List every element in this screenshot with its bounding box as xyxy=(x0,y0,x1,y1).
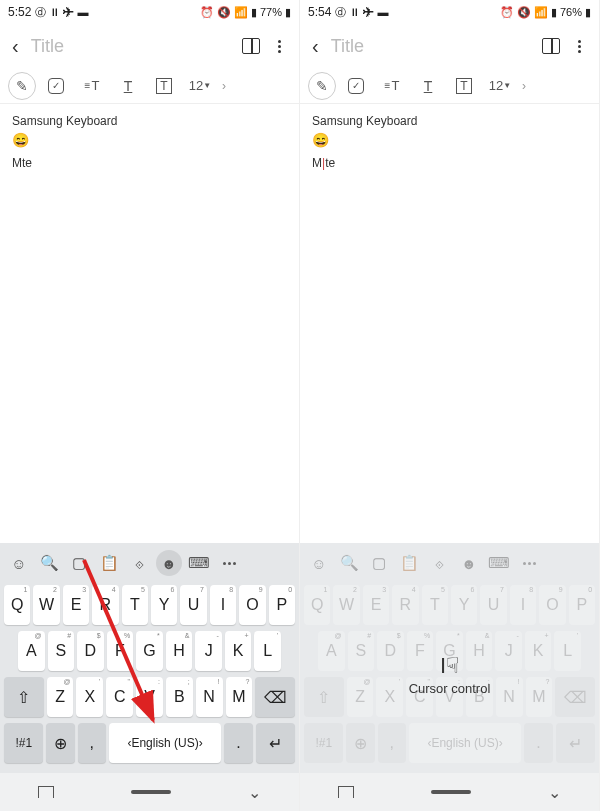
key-x[interactable]: X' xyxy=(76,677,103,717)
key-k[interactable]: K+ xyxy=(225,631,252,671)
keyboard-mode-icon[interactable]: ⌨ xyxy=(486,550,512,576)
key-m[interactable]: M? xyxy=(226,677,253,717)
text-box-button[interactable]: T xyxy=(148,72,180,100)
underline-button[interactable]: T xyxy=(412,72,444,100)
key-e[interactable]: E3 xyxy=(363,585,389,625)
title-input[interactable]: Title xyxy=(331,36,530,57)
keyboard-mode-icon[interactable]: ⌨ xyxy=(186,550,212,576)
key-u[interactable]: U7 xyxy=(480,585,506,625)
key-b[interactable]: B; xyxy=(166,677,193,717)
emoji-icon[interactable]: ☺ xyxy=(6,550,32,576)
key-p[interactable]: P0 xyxy=(569,585,595,625)
clipboard-icon[interactable]: 📋 xyxy=(96,550,122,576)
key-o[interactable]: O9 xyxy=(539,585,565,625)
period-key[interactable]: . xyxy=(224,723,252,763)
toolbar-scroll-right[interactable]: › xyxy=(222,79,226,93)
text-box-button[interactable]: T xyxy=(448,72,480,100)
handwriting-button[interactable]: ✎ xyxy=(308,72,336,100)
note-content[interactable]: Samsung Keyboard 😄 M|te xyxy=(300,104,599,543)
key-v[interactable]: V: xyxy=(136,677,163,717)
key-a[interactable]: A@ xyxy=(18,631,45,671)
key-y[interactable]: Y6 xyxy=(151,585,177,625)
symbols-key[interactable]: !#1 xyxy=(304,723,343,763)
reader-mode-icon[interactable] xyxy=(542,38,560,54)
language-key[interactable]: ⊕ xyxy=(346,723,374,763)
sticker-icon[interactable]: ☻ xyxy=(156,550,182,576)
keyboard[interactable]: ☺ 🔍 ▢ 📋 ⟐ ☻ ⌨ Q1W2E3R4T5Y6U7I8O9P0 A@S#D… xyxy=(300,543,599,811)
key-z[interactable]: Z@ xyxy=(47,677,74,717)
spacebar-key[interactable]: ‹ English (US) › xyxy=(409,723,522,763)
shift-key[interactable]: ⇧ xyxy=(4,677,44,717)
key-i[interactable]: I8 xyxy=(210,585,236,625)
search-icon[interactable]: 🔍 xyxy=(36,550,62,576)
nav-home[interactable] xyxy=(131,790,171,794)
title-input[interactable]: Title xyxy=(31,36,230,57)
key-t[interactable]: T5 xyxy=(422,585,448,625)
font-size-selector[interactable]: 12▼ xyxy=(484,72,516,100)
key-u[interactable]: U7 xyxy=(180,585,206,625)
toolbar-scroll-right[interactable]: › xyxy=(522,79,526,93)
spacebar-key[interactable]: ‹ English (US) › xyxy=(109,723,222,763)
gif-icon[interactable]: ▢ xyxy=(366,550,392,576)
key-w[interactable]: W2 xyxy=(333,585,359,625)
scan-icon[interactable]: ⟐ xyxy=(426,550,452,576)
key-r[interactable]: R4 xyxy=(392,585,418,625)
font-size-selector[interactable]: 12▼ xyxy=(184,72,216,100)
checkbox-button[interactable]: ✓ xyxy=(340,72,372,100)
enter-key[interactable]: ↵ xyxy=(256,723,295,763)
search-icon[interactable]: 🔍 xyxy=(336,550,362,576)
key-n[interactable]: N! xyxy=(196,677,223,717)
underline-button[interactable]: T xyxy=(112,72,144,100)
comma-key[interactable]: , xyxy=(78,723,106,763)
enter-key[interactable]: ↵ xyxy=(556,723,595,763)
toolbar-more-icon[interactable] xyxy=(216,550,242,576)
clipboard-icon[interactable]: 📋 xyxy=(396,550,422,576)
key-e[interactable]: E3 xyxy=(63,585,89,625)
header-format-button[interactable]: ≡T xyxy=(376,72,408,100)
handwriting-button[interactable]: ✎ xyxy=(8,72,36,100)
sticker-icon[interactable]: ☻ xyxy=(456,550,482,576)
cursor-control-label: Cursor control xyxy=(300,681,599,696)
note-content[interactable]: Samsung Keyboard 😄 Mte xyxy=(0,104,299,543)
key-y[interactable]: Y6 xyxy=(451,585,477,625)
language-key[interactable]: ⊕ xyxy=(46,723,74,763)
key-q[interactable]: Q1 xyxy=(4,585,30,625)
period-key[interactable]: . xyxy=(524,723,552,763)
status-icons-left: ⓓ ⏸ ✈ ▬ xyxy=(35,5,88,20)
key-l[interactable]: L' xyxy=(254,631,281,671)
key-w[interactable]: W2 xyxy=(33,585,59,625)
key-j[interactable]: J- xyxy=(195,631,222,671)
key-q[interactable]: Q1 xyxy=(304,585,330,625)
nav-home[interactable] xyxy=(431,790,471,794)
key-p[interactable]: P0 xyxy=(269,585,295,625)
more-options-button[interactable] xyxy=(272,40,287,53)
scan-icon[interactable]: ⟐ xyxy=(126,550,152,576)
key-d[interactable]: D$ xyxy=(77,631,104,671)
key-t[interactable]: T5 xyxy=(122,585,148,625)
nav-recent[interactable] xyxy=(38,786,54,798)
nav-recent[interactable] xyxy=(338,786,354,798)
key-f[interactable]: F% xyxy=(107,631,134,671)
key-o[interactable]: O9 xyxy=(239,585,265,625)
back-button[interactable]: ‹ xyxy=(312,35,319,58)
more-options-button[interactable] xyxy=(572,40,587,53)
key-h[interactable]: H& xyxy=(166,631,193,671)
header-format-button[interactable]: ≡T xyxy=(76,72,108,100)
backspace-key[interactable]: ⌫ xyxy=(255,677,295,717)
symbols-key[interactable]: !#1 xyxy=(4,723,43,763)
toolbar-more-icon[interactable] xyxy=(516,550,542,576)
key-r[interactable]: R4 xyxy=(92,585,118,625)
key-i[interactable]: I8 xyxy=(510,585,536,625)
back-button[interactable]: ‹ xyxy=(12,35,19,58)
wifi-icon: 📶 xyxy=(534,6,548,19)
checkbox-button[interactable]: ✓ xyxy=(40,72,72,100)
gif-icon[interactable]: ▢ xyxy=(66,550,92,576)
key-c[interactable]: C" xyxy=(106,677,133,717)
nav-keyboard-down[interactable]: ⌄ xyxy=(548,783,561,802)
key-s[interactable]: S# xyxy=(48,631,75,671)
nav-keyboard-down[interactable]: ⌄ xyxy=(248,783,261,802)
emoji-icon[interactable]: ☺ xyxy=(306,550,332,576)
reader-mode-icon[interactable] xyxy=(242,38,260,54)
comma-key[interactable]: , xyxy=(378,723,406,763)
key-g[interactable]: G* xyxy=(136,631,163,671)
